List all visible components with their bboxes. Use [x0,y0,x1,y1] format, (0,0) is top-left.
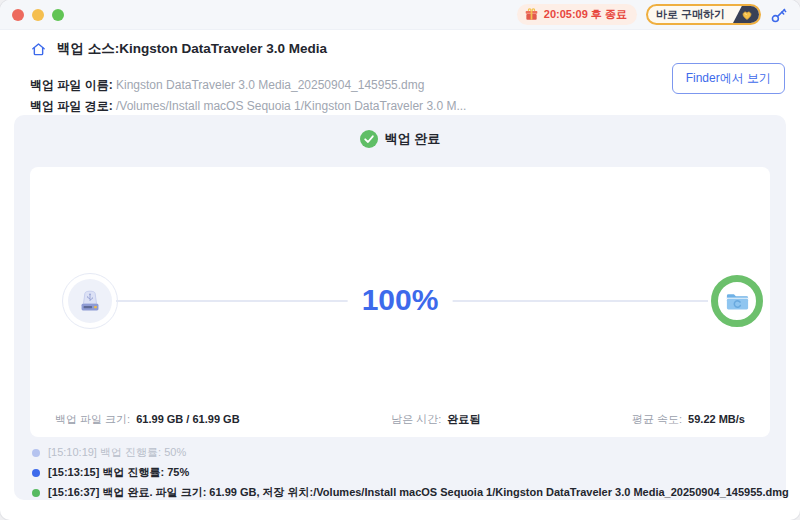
stat-file-size-label: 백업 파일 크기: [55,413,130,425]
usb-drive-icon [68,279,112,323]
log-text: [15:13:15] 백업 진행률: 75% [48,465,189,480]
key-icon [770,6,788,24]
folder-icon [724,288,751,315]
progress-percent: 100% [348,283,453,317]
traffic-lights [12,9,64,21]
page-title: 백업 소스:Kingston DataTraveler 3.0 Media [57,40,327,58]
home-icon[interactable] [30,41,47,58]
buy-now-button[interactable]: 바로 구매하기 [646,4,761,25]
stat-avg-speed-label: 평균 속도: [632,413,682,425]
stats-row: 백업 파일 크기: 61.99 GB / 61.99 GB 남은 시간: 완료됨… [55,412,745,427]
file-name-value: Kingston DataTraveler 3.0 Media_20250904… [116,78,424,92]
gift-icon [524,7,539,22]
log-text: [15:10:19] 백업 진행률: 50% [48,445,186,460]
backup-panel: 백업 완료 100% [14,115,786,500]
log-text: [15:16:37] 백업 완료. 파일 크기: 61.99 GB, 저장 위치… [48,485,789,500]
app-window: 20:05:09 후 종료 바로 구매하기 [0,0,800,520]
progress-card: 100% 백업 파일 크기: 61.99 GB / 61.99 GB [30,167,770,437]
file-info: 백업 파일 이름: Kingston DataTraveler 3.0 Medi… [30,75,466,117]
stat-time-left-label: 남은 시간: [391,413,441,425]
log-entry: [15:13:15] 백업 진행률: 75% [32,465,789,480]
file-path-row: 백업 파일 경로: /Volumes/Install macOS Sequoia… [30,96,466,117]
stat-time-left: 남은 시간: 완료됨 [391,412,480,427]
page-header: 백업 소스:Kingston DataTraveler 3.0 Media [30,40,327,58]
minimize-button[interactable] [32,9,44,21]
check-circle-icon [360,130,378,148]
log-list: [15:10:19] 백업 진행률: 50% [15:13:15] 백업 진행률… [32,445,789,500]
titlebar: 20:05:09 후 종료 바로 구매하기 [0,0,800,30]
gem-icon [733,6,759,23]
stat-time-left-value: 완료됨 [447,413,480,425]
log-dot-icon [32,489,40,497]
file-name-row: 백업 파일 이름: Kingston DataTraveler 3.0 Medi… [30,75,466,96]
stat-file-size: 백업 파일 크기: 61.99 GB / 61.99 GB [55,412,240,427]
status-badge: 백업 완료 [14,115,786,148]
file-path-value: /Volumes/Install macOS Sequoia 1/Kingsto… [116,99,466,113]
stat-file-size-value: 61.99 GB / 61.99 GB [136,413,239,425]
log-dot-icon [32,469,40,477]
show-in-finder-button[interactable]: Finder에서 보기 [672,63,785,94]
status-badge-label: 백업 완료 [385,130,441,148]
countdown-text: 20:05:09 후 종료 [544,7,627,22]
log-entry: [15:16:37] 백업 완료. 파일 크기: 61.99 GB, 저장 위치… [32,485,789,500]
log-entry: [15:10:19] 백업 진행률: 50% [32,445,789,460]
destination-node [711,275,763,327]
buy-now-label: 바로 구매하기 [648,6,733,23]
zoom-button[interactable] [52,9,64,21]
register-key-button[interactable] [770,6,788,24]
log-dot-icon [32,449,40,457]
stat-avg-speed-value: 59.22 MB/s [688,413,745,425]
file-name-label: 백업 파일 이름: [30,78,113,92]
stat-avg-speed: 평균 속도: 59.22 MB/s [632,412,745,427]
file-path-label: 백업 파일 경로: [30,99,113,113]
source-device-node [62,273,118,329]
promo-countdown-badge[interactable]: 20:05:09 후 종료 [517,4,637,25]
close-button[interactable] [12,9,24,21]
